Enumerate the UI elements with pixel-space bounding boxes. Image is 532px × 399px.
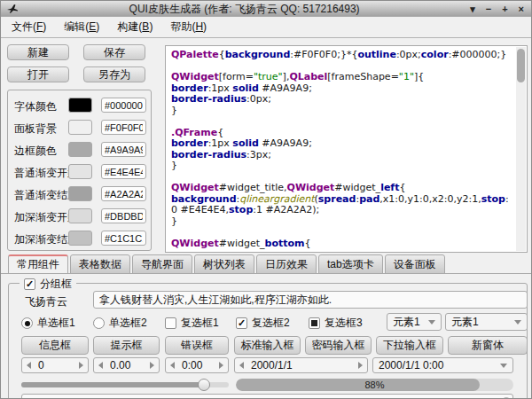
color-swatch[interactable] bbox=[68, 142, 92, 157]
menu-item-E[interactable]: 编辑(E) bbox=[55, 17, 108, 37]
combo-2[interactable]: 元素1 bbox=[445, 313, 528, 331]
spinbox-value: 0:00 bbox=[175, 359, 219, 372]
radio-2[interactable]: 单选框2 bbox=[93, 316, 147, 331]
color-swatch[interactable] bbox=[68, 208, 92, 223]
tab-item-3[interactable]: 树状列表 bbox=[194, 254, 254, 274]
spin-up-icon[interactable] bbox=[358, 362, 363, 369]
file-button-0[interactable]: 新建 bbox=[7, 44, 69, 60]
color-hex-input[interactable] bbox=[101, 231, 146, 246]
radio-1-indicator[interactable] bbox=[21, 317, 33, 329]
radio-2-indicator[interactable] bbox=[93, 317, 105, 329]
spin-up-icon[interactable] bbox=[219, 362, 223, 369]
color-hex-input[interactable] bbox=[101, 120, 146, 135]
code-token: #widget_title, bbox=[219, 182, 287, 193]
dialog-button-4[interactable]: 密码输入框 bbox=[305, 336, 372, 355]
maximize-icon[interactable]: + bbox=[502, 1, 507, 17]
code-token: :0px; bbox=[246, 93, 271, 105]
chevron-down-icon bbox=[428, 320, 435, 325]
progress-label: 88% bbox=[236, 379, 513, 391]
groupbox-legend[interactable]: ✓ 分组框 bbox=[20, 277, 76, 292]
minimize-icon[interactable]: − bbox=[486, 1, 491, 17]
color-setting-row: 字体颜色 bbox=[8, 98, 151, 113]
tab-pane: ✓ 分组框 飞扬青云 单选框1 单选框2 复选框1 ✓ 复选框2 bbox=[1, 273, 531, 399]
bottom-text: 拿人钱财替人消灾,人生江湖如此,程序江湖亦如此. bbox=[22, 395, 512, 399]
groupbox-title: 分组框 bbox=[40, 277, 72, 292]
slider[interactable] bbox=[21, 379, 229, 391]
code-token: pad bbox=[359, 193, 379, 205]
qss-code-editor[interactable]: QPalette{background:#F0F0F0;}*{outline:0… bbox=[165, 45, 528, 253]
checkbox-3[interactable]: 复选框3 bbox=[309, 316, 363, 331]
spinbox-value: 0.00 bbox=[103, 359, 150, 372]
spinbox-2[interactable]: 0:00 bbox=[165, 357, 229, 373]
code-token: ,x1:0,y1:0,x2:0,y2:1, bbox=[379, 193, 481, 205]
groupbox-checkbox[interactable]: ✓ bbox=[24, 278, 35, 290]
checkbox-1-indicator[interactable] bbox=[165, 317, 176, 329]
spinbox-0[interactable]: 0 bbox=[21, 357, 89, 373]
tab-item-1[interactable]: 表格数据 bbox=[70, 254, 130, 274]
tab-item-6[interactable]: 设备面板 bbox=[385, 254, 445, 274]
dialog-button-1[interactable]: 提示框 bbox=[93, 336, 160, 355]
skin-menu-icon[interactable]: ▾ bbox=[470, 1, 475, 17]
spinbox-1[interactable]: 0.00 bbox=[93, 357, 160, 373]
qss-code-text[interactable]: QPalette{background:#F0F0F0;}*{outline:0… bbox=[171, 50, 514, 250]
editor-scrollbar[interactable] bbox=[516, 47, 526, 251]
checkbox-2-indicator[interactable]: ✓ bbox=[236, 317, 247, 329]
color-hex-input[interactable] bbox=[101, 98, 146, 113]
color-swatch[interactable] bbox=[68, 98, 92, 113]
code-token: bottom bbox=[265, 238, 305, 249]
checkbox-1[interactable]: 复选框1 bbox=[165, 316, 219, 331]
tab-item-5[interactable]: tab选项卡 bbox=[318, 254, 383, 274]
tabbar: 常用组件表格数据导航界面树状列表日历效果tab选项卡设备面板 bbox=[1, 254, 531, 274]
tab-item-4[interactable]: 日历效果 bbox=[256, 254, 317, 274]
spinbox-3[interactable]: 2000/1/1 bbox=[234, 357, 368, 373]
slider-handle[interactable] bbox=[198, 379, 210, 391]
editor-scrollbar-thumb[interactable] bbox=[517, 49, 525, 82]
airplane-icon bbox=[6, 4, 19, 14]
dialog-button-6[interactable]: 新窗体 bbox=[448, 336, 528, 355]
menu-item-H[interactable]: 帮助(H) bbox=[161, 17, 215, 37]
radio-1[interactable]: 单选框1 bbox=[21, 316, 75, 331]
file-button-1[interactable]: 保存 bbox=[83, 44, 145, 60]
code-token: QLabel bbox=[289, 71, 327, 82]
color-swatch[interactable] bbox=[68, 186, 92, 201]
left-panel: 新建保存打开另存为 字体颜色面板背景边框颜色普通渐变开始普通渐变结束加深渐变开始… bbox=[1, 38, 162, 254]
file-button-2[interactable]: 打开 bbox=[7, 66, 69, 82]
color-swatch[interactable] bbox=[68, 231, 92, 246]
color-hex-input[interactable] bbox=[101, 208, 146, 223]
color-hex-input[interactable] bbox=[101, 142, 146, 157]
close-icon[interactable]: × bbox=[519, 1, 524, 17]
file-button-3[interactable]: 另存为 bbox=[83, 66, 145, 82]
combo-1[interactable]: 元素1 bbox=[387, 313, 442, 331]
tab-item-0[interactable]: 常用组件 bbox=[8, 254, 68, 274]
color-setting-row: 加深渐变结束 bbox=[8, 231, 151, 246]
titlebar[interactable]: QUI皮肤生成器 (作者: 飞扬青云 QQ: 517216493) ▾ − + … bbox=[1, 1, 531, 17]
code-token: QWidget bbox=[171, 238, 219, 249]
quote-input[interactable] bbox=[93, 291, 528, 309]
datetime-combo[interactable]: 2000/1/1 0:00 bbox=[372, 357, 513, 373]
menu-item-B[interactable]: 构建(B) bbox=[108, 17, 161, 37]
window-controls: ▾ − + × bbox=[470, 1, 526, 17]
color-swatch[interactable] bbox=[68, 120, 92, 135]
color-swatch[interactable] bbox=[68, 164, 92, 179]
color-setting-row: 普通渐变开始 bbox=[8, 164, 151, 179]
checkbox-2[interactable]: ✓ 复选框2 bbox=[236, 316, 290, 331]
dialog-button-5[interactable]: 下拉输入框 bbox=[376, 336, 443, 355]
menu-item-F[interactable]: 文件(F) bbox=[3, 17, 55, 37]
spin-up-icon[interactable] bbox=[79, 362, 83, 369]
checkbox-3-indicator[interactable] bbox=[309, 317, 320, 329]
spin-up-icon[interactable] bbox=[150, 362, 154, 369]
code-token: border-radius bbox=[171, 149, 246, 160]
tab-item-2[interactable]: 导航界面 bbox=[132, 254, 192, 274]
dialog-button-2[interactable]: 错误框 bbox=[165, 336, 229, 355]
code-line: border-radius:0px; bbox=[171, 94, 514, 106]
dialog-button-3[interactable]: 标准输入框 bbox=[234, 336, 301, 355]
dialog-button-0[interactable]: 信息框 bbox=[21, 336, 89, 355]
color-hex-input[interactable] bbox=[101, 186, 146, 201]
color-setting-label: 字体颜色 bbox=[14, 99, 57, 114]
code-line: border-radius:3px; bbox=[171, 150, 514, 161]
code-line: QWidget#widget_bottom{ bbox=[171, 239, 514, 250]
bottom-text-edit[interactable]: 拿人钱财替人消灾,人生江湖如此,程序江湖亦如此. bbox=[21, 394, 513, 399]
color-hex-input[interactable] bbox=[101, 164, 146, 179]
progress-bar: 88% bbox=[236, 379, 513, 391]
code-token: { bbox=[399, 182, 405, 193]
